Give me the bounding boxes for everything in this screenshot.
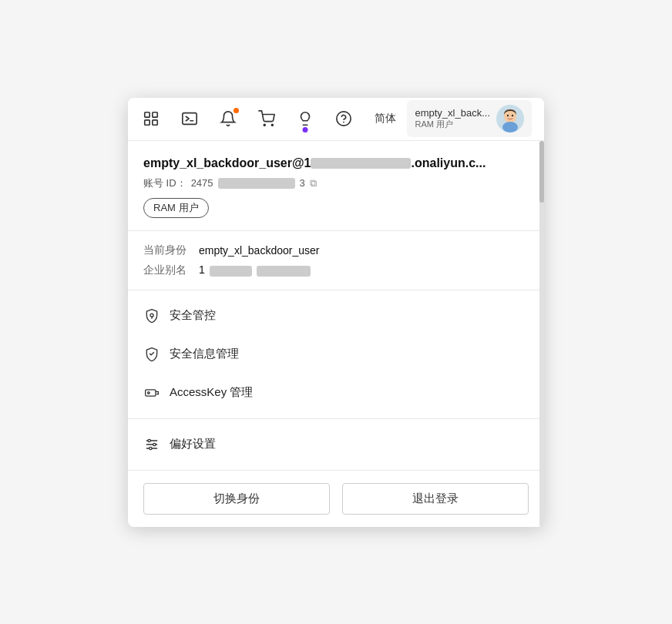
identity-section: 当前身份 empty_xl_backdoor_user 企业别名 1 xyxy=(128,231,544,290)
svg-point-8 xyxy=(337,112,351,126)
terminal-icon[interactable] xyxy=(179,108,200,129)
nav-user-section[interactable]: empty_xl_back... RAM 用户 xyxy=(407,100,532,137)
current-identity-label: 当前身份 xyxy=(143,243,190,257)
svg-rect-1 xyxy=(153,112,157,117)
preferences-label: 偏好设置 xyxy=(170,437,216,451)
key-manage-icon xyxy=(143,384,160,401)
nav-user-info: empty_xl_back... RAM 用户 xyxy=(415,107,490,130)
svg-point-25 xyxy=(148,439,150,441)
menu-label-security-info: 安全信息管理 xyxy=(170,347,239,361)
svg-rect-17 xyxy=(146,389,156,395)
alias-blurred-2 xyxy=(257,266,311,277)
account-id-row: 账号 ID： 2475 3 ⧉ xyxy=(143,176,529,190)
email-blurred xyxy=(311,158,411,169)
user-email: empty_xl_backdoor_user@1 .onaliyun.c... xyxy=(143,156,529,170)
svg-rect-3 xyxy=(153,120,157,125)
svg-rect-4 xyxy=(183,113,197,125)
shopping-cart-icon[interactable] xyxy=(256,108,277,129)
help-circle-icon[interactable] xyxy=(333,108,354,129)
svg-point-6 xyxy=(264,124,265,126)
nav-username: empty_xl_back... xyxy=(415,107,490,119)
menu-item-security-control[interactable]: 安全管控 xyxy=(128,297,544,335)
enterprise-alias-value: 1 xyxy=(199,263,311,276)
user-header-section: empty_xl_backdoor_user@1 .onaliyun.c... … xyxy=(128,141,544,231)
alias-blurred-1 xyxy=(210,266,252,277)
nav-user-type: RAM 用户 xyxy=(415,119,490,130)
enterprise-alias-row: 企业别名 1 xyxy=(143,263,529,277)
footer-action-buttons: 切换身份 退出登录 xyxy=(128,471,544,527)
svg-point-14 xyxy=(512,115,513,116)
svg-point-26 xyxy=(153,443,156,445)
menu-label-accesskey: AccessKey 管理 xyxy=(170,385,253,400)
logout-button[interactable]: 退出登录 xyxy=(342,483,529,515)
user-dropdown-panel: 简体 empty_xl_back... RAM 用户 xyxy=(128,98,544,527)
switch-identity-button[interactable]: 切换身份 xyxy=(143,483,330,515)
app-grid-icon[interactable] xyxy=(140,108,162,129)
svg-rect-2 xyxy=(145,120,150,125)
account-id-blurred xyxy=(218,178,295,189)
svg-rect-0 xyxy=(145,112,150,117)
current-identity-value: empty_xl_backdoor_user xyxy=(199,244,319,257)
shield-lock-icon xyxy=(143,307,160,324)
user-avatar[interactable] xyxy=(496,105,524,133)
ram-user-badge: RAM 用户 xyxy=(143,198,209,218)
nav-icons-group: 简体 xyxy=(140,108,401,129)
scrollbar-thumb[interactable] xyxy=(539,141,544,203)
lightbulb-icon[interactable] xyxy=(294,108,316,129)
svg-point-21 xyxy=(148,391,150,394)
current-identity-row: 当前身份 empty_xl_backdoor_user xyxy=(143,243,529,257)
notification-dot xyxy=(234,108,239,113)
shield-check-icon xyxy=(143,346,160,363)
svg-point-27 xyxy=(150,447,152,449)
top-nav-bar: 简体 empty_xl_back... RAM 用户 xyxy=(128,98,544,141)
preferences-section: 偏好设置 xyxy=(128,419,544,471)
security-menu-section: 安全管控 安全信息管理 AccessKey 管理 xyxy=(128,290,544,419)
copy-icon[interactable]: ⧉ xyxy=(310,177,317,190)
enterprise-alias-label: 企业别名 xyxy=(143,263,190,277)
scrollbar-track xyxy=(539,141,544,527)
svg-point-13 xyxy=(507,115,509,116)
menu-item-preferences[interactable]: 偏好设置 xyxy=(128,425,544,464)
menu-item-security-info[interactable]: 安全信息管理 xyxy=(128,335,544,374)
sliders-icon xyxy=(143,436,160,453)
notification-bell-icon[interactable] xyxy=(217,108,239,129)
svg-point-7 xyxy=(271,124,273,126)
language-selector[interactable]: 简体 xyxy=(375,112,396,126)
menu-item-accesskey[interactable]: AccessKey 管理 xyxy=(128,374,544,412)
lightbulb-active-dot xyxy=(303,127,308,133)
svg-point-12 xyxy=(502,122,518,133)
menu-label-security-control: 安全管控 xyxy=(170,308,216,323)
